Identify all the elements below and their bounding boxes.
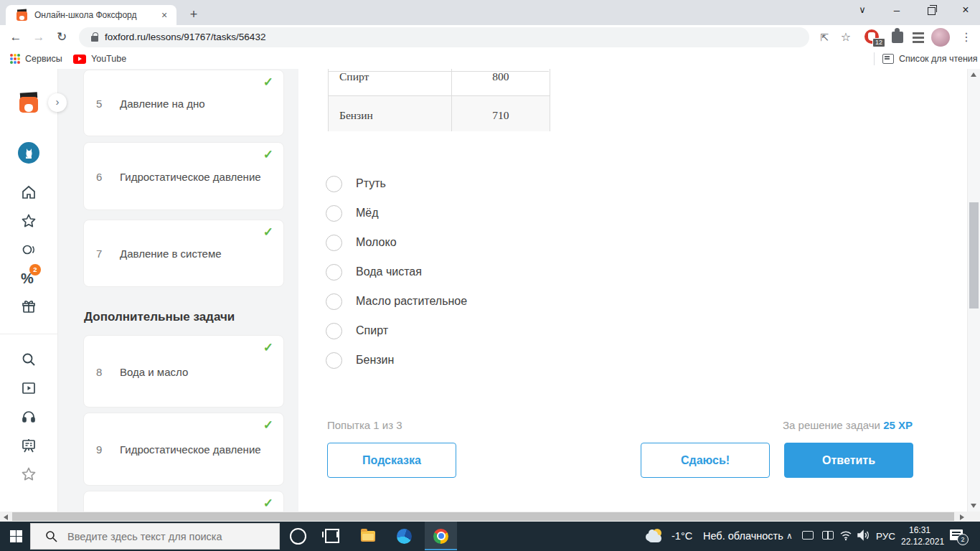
sidebar-gift-icon[interactable]: [21, 299, 37, 315]
bookmark-star-icon[interactable]: ☆: [837, 28, 855, 47]
horizontal-scroll-thumb[interactable]: [12, 512, 954, 521]
vertical-scroll-thumb[interactable]: [969, 202, 979, 309]
action-center-icon[interactable]: 2: [950, 529, 963, 540]
answer-option[interactable]: Спирт: [298, 316, 657, 346]
horizontal-scrollbar[interactable]: [0, 512, 968, 522]
task-card-9[interactable]: ✓ 9 Гидростатическое давление: [83, 413, 284, 486]
radio-button[interactable]: [326, 352, 342, 369]
playlist-extension-icon[interactable]: [910, 28, 928, 47]
taskbar-search-box[interactable]: [30, 523, 280, 550]
radio-button[interactable]: [326, 176, 342, 192]
sidebar-search-icon[interactable]: [21, 352, 37, 367]
address-bar[interactable]: foxford.ru/lessons/91767/tasks/56432: [79, 27, 809, 47]
weather-icon[interactable]: [644, 522, 666, 550]
answer-option[interactable]: Бензин: [298, 346, 657, 375]
app-sidebar: › % 2: [0, 69, 58, 512]
sidebar-live-icon[interactable]: [21, 242, 37, 258]
radio-button[interactable]: [326, 293, 342, 310]
tray-input-indicator-icon[interactable]: [822, 531, 834, 540]
search-icon: [45, 530, 57, 542]
answer-option[interactable]: Вода чистая: [298, 258, 657, 287]
answer-option[interactable]: Масло растительное: [298, 287, 657, 316]
tray-cast-icon[interactable]: [802, 531, 814, 540]
reload-icon[interactable]: ↻: [52, 27, 72, 47]
file-explorer-button[interactable]: [352, 522, 384, 550]
sidebar-discount-icon[interactable]: % 2: [21, 270, 37, 286]
forward-icon[interactable]: →: [29, 27, 49, 47]
task-card-6[interactable]: ✓ 6 Гидростатическое давление: [83, 142, 284, 210]
option-label: Бензин: [356, 354, 394, 367]
question-area: Спирт 800 Бензин 710 Ртуть Мёд: [298, 69, 968, 512]
radio-button[interactable]: [326, 323, 342, 339]
share-icon[interactable]: ⇱: [815, 28, 834, 47]
task-card-10-partial[interactable]: ✓: [83, 491, 284, 512]
chrome-button-active[interactable]: [425, 522, 457, 550]
hint-button[interactable]: Подсказка: [327, 443, 456, 478]
tab-close-icon[interactable]: ×: [158, 9, 171, 22]
bookmark-youtube[interactable]: YouTube: [73, 50, 126, 68]
tray-volume-icon[interactable]: [857, 529, 870, 544]
answer-option[interactable]: Молоко: [298, 228, 657, 258]
vertical-scrollbar[interactable]: [967, 69, 980, 512]
cortana-button[interactable]: [282, 522, 314, 550]
sidebar-audio-icon[interactable]: [21, 409, 37, 425]
radio-button[interactable]: [326, 264, 342, 281]
window-menu-chevron-icon[interactable]: ∨: [848, 0, 877, 22]
adblock-extension-icon[interactable]: 12: [862, 28, 881, 47]
task-done-check-icon: ✓: [263, 496, 273, 511]
browser-toolbar: ← → ↻ foxford.ru/lessons/91767/tasks/564…: [0, 25, 980, 50]
task-card-7[interactable]: ✓ 7 Давление в системе: [83, 220, 284, 287]
answer-option[interactable]: Ртуть: [298, 169, 657, 199]
give-up-button[interactable]: Сдаюсь!: [641, 443, 770, 478]
new-tab-button[interactable]: +: [184, 5, 204, 25]
course-avatar-cat[interactable]: [18, 142, 39, 164]
start-button[interactable]: [10, 530, 22, 542]
foxford-logo[interactable]: [18, 93, 39, 114]
extensions-puzzle-icon[interactable]: [888, 28, 907, 47]
foxford-favicon: [16, 9, 28, 22]
scroll-down-arrow[interactable]: [971, 504, 976, 508]
window-minimize-icon[interactable]: –: [882, 0, 911, 22]
apps-grid-icon: [10, 54, 20, 64]
weather-desc[interactable]: Неб. облачность: [703, 530, 783, 542]
task-done-check-icon: ✓: [263, 147, 273, 162]
edge-button[interactable]: [388, 522, 420, 550]
radio-button[interactable]: [326, 205, 342, 222]
taskbar-clock[interactable]: 16:31 22.12.2021: [901, 524, 938, 547]
back-icon[interactable]: ←: [6, 27, 26, 47]
sidebar-expand-button[interactable]: ›: [48, 93, 67, 112]
clock-time: 16:31: [901, 524, 938, 536]
sidebar-favorites-icon[interactable]: [21, 466, 37, 482]
sidebar-home-icon[interactable]: [21, 184, 37, 200]
profile-avatar[interactable]: [931, 28, 950, 47]
bookmark-services[interactable]: Сервисы: [10, 50, 62, 68]
answer-option[interactable]: Мёд: [298, 199, 657, 228]
window-close-icon[interactable]: ×: [951, 0, 980, 22]
chrome-menu-kebab-icon[interactable]: ⋮: [957, 28, 976, 47]
weather-temp[interactable]: -1°C: [672, 530, 692, 542]
scroll-left-arrow[interactable]: [4, 514, 8, 520]
task-title: Вода и масло: [120, 365, 274, 377]
reading-list-button[interactable]: Список для чтения: [882, 50, 978, 68]
task-view-button[interactable]: [316, 522, 348, 550]
sidebar-star-icon[interactable]: [21, 213, 37, 229]
sidebar-divider: [0, 334, 57, 334]
tray-chevron-up-icon[interactable]: ∧: [786, 531, 793, 541]
sidebar-video-icon[interactable]: [21, 380, 37, 396]
answer-button[interactable]: Ответить: [784, 443, 913, 478]
language-indicator[interactable]: РУС: [876, 531, 895, 542]
task-card-5[interactable]: ✓ 5 Давление на дно: [83, 70, 284, 136]
scroll-up-arrow[interactable]: [971, 72, 976, 77]
scroll-right-arrow[interactable]: [960, 514, 964, 520]
browser-tab[interactable]: Онлайн-школа Фоксфорд ×: [6, 5, 176, 25]
reading-list-icon: [882, 54, 894, 64]
table-cell-density: 710: [451, 96, 550, 132]
window-restore-icon[interactable]: [917, 0, 946, 22]
url-text[interactable]: foxford.ru/lessons/91767/tasks/56432: [105, 32, 265, 42]
tray-wifi-icon[interactable]: [839, 529, 852, 544]
radio-button[interactable]: [326, 235, 342, 251]
task-number: 8: [96, 365, 102, 377]
sidebar-board-icon[interactable]: [21, 438, 37, 453]
task-card-8[interactable]: ✓ 8 Вода и масло: [83, 335, 284, 408]
taskbar-search-input[interactable]: [66, 530, 270, 543]
